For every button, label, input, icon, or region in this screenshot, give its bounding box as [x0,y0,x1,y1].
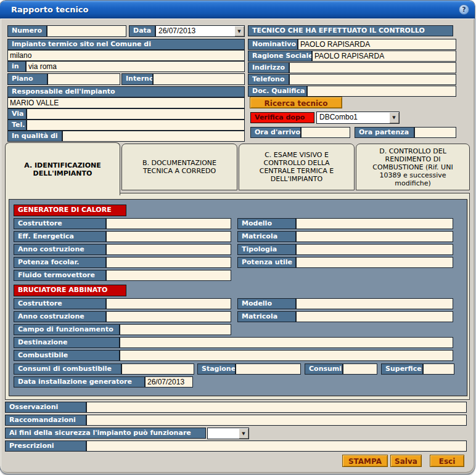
verifica-dopo-combobox[interactable]: DBCombo1 ▼ [316,112,400,124]
chevron-down-icon: ▼ [239,428,248,439]
gen-costruttore-input[interactable] [106,218,231,229]
gen-costruttore-label: Costruttore [14,218,106,229]
gen-anno-input[interactable] [106,244,231,255]
ricerca-tecnico-button[interactable]: Ricerca tecnico [250,97,342,108]
raccomandazioni-input[interactable] [86,415,467,426]
bru-anno-label: Anno costruzione [14,311,106,322]
tel-label: Tel. [7,120,27,131]
bru-campo-input[interactable] [120,324,231,335]
ora-partenza-label: Ora partenza [355,127,414,138]
interno-label: Interno [121,73,153,85]
gen-eff-energetica-label: Eff. Energetica [14,231,106,242]
piano-input[interactable] [47,73,120,85]
verifica-dopo-combobox-value: DBCombo1 [317,112,389,123]
stagione-input[interactable] [236,363,301,375]
in-input[interactable] [26,61,245,72]
help-icon[interactable]: ? [459,4,469,15]
ora-partenza-input[interactable] [414,127,456,138]
chevron-down-icon: ▼ [389,112,399,123]
gen-tipologia-label: Tipologia [237,244,296,255]
data-installazione-input[interactable] [145,376,193,388]
bru-modello-label: Modello [237,298,296,309]
gen-modello-input[interactable] [296,218,453,229]
qualita-label: In qualità di [7,131,62,142]
prescrizioni-input[interactable] [86,440,467,452]
ragione-sociale-input[interactable] [312,51,456,62]
salva-button[interactable]: Salva [390,455,422,467]
interno-input[interactable] [153,73,245,85]
osservazioni-label: Osservazioni [5,402,86,413]
sicurezza-label: Ai fini della sicurezza l'impianto può f… [5,428,206,439]
consumi-input[interactable] [343,363,377,375]
nominativo-input[interactable] [298,39,456,50]
gen-eff-energetica-input[interactable] [106,231,231,242]
consumi-combustibile-label: Consumi di combustibile [14,363,121,375]
responsabile-input[interactable] [7,97,245,108]
esci-button[interactable]: Esci [430,455,464,467]
tab-esame-visivo[interactable]: C. ESAME VISIVO E CONTROLLO DELLA CENTRA… [239,144,355,190]
indirizzo-label: Indirizzo [248,62,289,73]
bru-modello-input[interactable] [296,298,453,309]
qualita-input[interactable] [62,131,245,142]
window-title: Rapporto tecnico [11,5,89,14]
bru-combustibile-label: Combustibile [14,350,120,361]
bruciatore-header: BRUCIATORE ABBINATO [14,285,126,296]
bru-destinazione-label: Destinazione [14,337,120,348]
sicurezza-combobox[interactable]: ▼ [207,428,249,439]
tab-documentazione-tecnica[interactable]: B. DOCUMENTAZIONE TECNICA A CORREDO [121,144,237,190]
raccomandazioni-label: Raccomandazioni [5,415,86,426]
data-label: Data [129,25,155,37]
bru-matricola-input[interactable] [296,311,453,322]
telefono-label: Telefono [248,74,289,85]
tel-input[interactable] [27,120,245,131]
gen-fluido-label: Fluido termovettore [14,270,106,281]
data-installazione-label: Data installazione generatore [14,376,145,388]
stampa-button[interactable]: STAMPA [342,455,388,467]
generatore-header: GENERATORE DI CALORE [14,205,126,216]
prescrizioni-label: Prescrizioni [5,440,86,452]
bru-costruttore-input[interactable] [106,298,231,309]
consumi-combustibile-input[interactable] [121,363,194,375]
gen-anno-label: Anno costruzione [14,244,106,255]
superfice-label: Superfice [381,363,423,375]
in-label: in [7,61,26,72]
gen-potenza-utile-input[interactable] [296,257,453,268]
gen-potenza-focolare-input[interactable] [106,257,231,268]
data-combobox[interactable]: 26/07/2013 ▼ [155,25,245,37]
title-bar: Rapporto tecnico ? [0,1,475,18]
gen-fluido-input[interactable] [106,270,231,281]
gen-tipologia-input[interactable] [296,244,453,255]
osservazioni-input[interactable] [86,402,467,413]
numero-label: Numero [7,25,47,37]
ora-arrivo-input[interactable] [301,127,350,138]
gen-matricola-label: Matricola [237,231,296,242]
ragione-sociale-label: Ragione Sociale [248,51,312,62]
comune-input[interactable] [7,50,245,61]
indirizzo-input[interactable] [289,62,456,73]
tab-identificazione-impianto[interactable]: A. IDENTIFICAZIONE DELL'IMPIANTO [5,142,120,195]
bru-costruttore-label: Costruttore [14,298,106,309]
doc-qualifica-input[interactable] [307,86,456,97]
comune-header: Impianto termico sito nel Comune di [7,39,245,50]
stagione-label: Stagione [197,363,236,375]
tab-controllo-rendimento[interactable]: D. CONTROLLO DEL RENDIMENTO DI COMBUSTIO… [356,144,470,190]
gen-potenza-focolare-label: Potenza focolar. [14,257,106,268]
telefono-input[interactable] [289,74,456,85]
bru-anno-input[interactable] [106,311,231,322]
responsabile-header: Responsabile dell'impianto [7,86,245,97]
gen-potenza-utile-label: Potenza utile [237,257,296,268]
gen-matricola-input[interactable] [296,231,453,242]
doc-qualifica-label: Doc. Qualifica [248,86,307,97]
bru-destinazione-input[interactable] [120,337,453,348]
ora-arrivo-label: Ora d'arrivo [250,127,301,138]
bru-matricola-label: Matricola [237,311,296,322]
bru-combustibile-input[interactable] [120,350,453,361]
chevron-down-icon: ▼ [234,26,244,36]
nominativo-label: Nominativo [248,39,298,50]
verifica-dopo-label: Verifica dopo [250,112,314,123]
numero-input[interactable] [47,25,126,37]
piano-label: Piano [7,73,47,85]
via-input[interactable] [27,108,245,120]
superfice-input[interactable] [423,363,454,375]
via-label: Via [7,108,27,120]
